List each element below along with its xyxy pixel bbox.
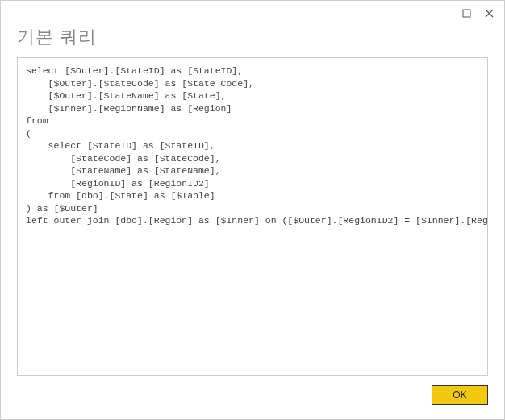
dialog-window: 기본 쿼리 select [$Outer].[StateID] as [Stat…	[0, 0, 505, 420]
dialog-header: 기본 쿼리	[1, 25, 504, 57]
titlebar	[1, 1, 504, 25]
close-icon	[485, 9, 494, 18]
svg-rect-0	[463, 10, 470, 17]
dialog-title: 기본 쿼리	[17, 25, 488, 49]
ok-button[interactable]: OK	[432, 385, 488, 405]
maximize-icon	[462, 9, 471, 18]
dialog-footer: OK	[1, 385, 504, 419]
maximize-button[interactable]	[456, 4, 477, 22]
query-code: select [$Outer].[StateID] as [StateID], …	[26, 64, 479, 227]
query-text-area[interactable]: select [$Outer].[StateID] as [StateID], …	[17, 57, 488, 376]
close-button[interactable]	[478, 4, 499, 22]
